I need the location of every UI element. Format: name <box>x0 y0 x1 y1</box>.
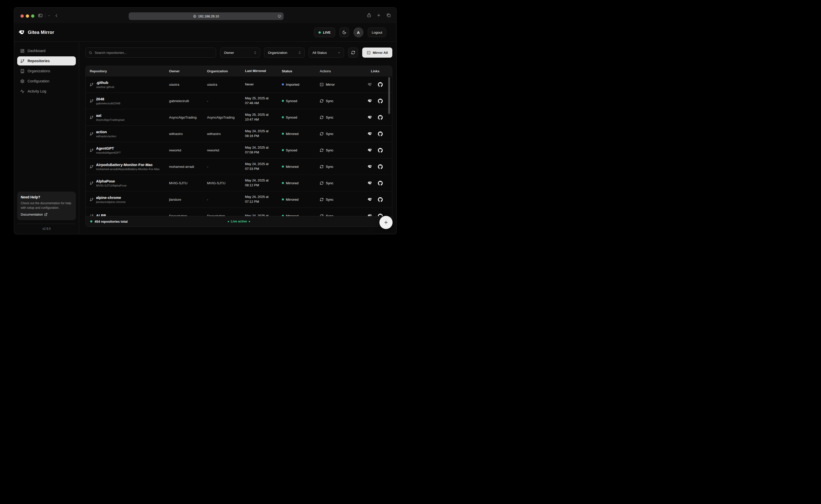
action-button[interactable]: Sync <box>320 132 362 136</box>
gitea-link-icon[interactable] <box>368 197 372 202</box>
table-row[interactable]: ALPR Deevolution Deevolution May 24, 202… <box>86 208 392 216</box>
table-row[interactable]: .github uiastra/.github uiastra uiastra … <box>86 76 392 93</box>
gitea-link-icon[interactable] <box>368 148 372 153</box>
gitea-link-icon[interactable] <box>368 214 372 216</box>
status-filter-select[interactable]: All Status <box>309 48 344 58</box>
column-header-links[interactable]: Links <box>362 69 388 73</box>
action-button[interactable]: Sync <box>320 116 362 119</box>
gitea-link-icon[interactable] <box>368 164 372 169</box>
last-mirrored-date: May 25, 2025 at <box>245 96 278 101</box>
repo-name[interactable]: .github <box>96 80 114 85</box>
last-mirrored-cell: May 24, 2025 at 08:12 PM <box>245 178 282 188</box>
close-window-button[interactable] <box>20 14 24 18</box>
git-branch-icon <box>90 214 94 216</box>
sidebar-toggle-icon[interactable] <box>38 13 43 18</box>
tab-overview-icon[interactable] <box>386 13 391 17</box>
organization-filter-select[interactable]: Organization <box>264 48 305 58</box>
last-mirrored-time: 08:16 PM <box>245 134 278 139</box>
logout-button[interactable]: Logout <box>368 28 386 37</box>
refresh-button[interactable] <box>348 48 358 58</box>
organization-filter-label: Organization <box>268 51 287 55</box>
last-mirrored-time: 07:12 PM <box>245 199 278 204</box>
action-button[interactable]: Sync <box>320 181 362 185</box>
repo-name[interactable]: 2048 <box>96 97 120 102</box>
mirror-all-button[interactable]: Mirror All <box>362 48 392 58</box>
status-dot <box>282 166 284 168</box>
sidebar-divider <box>18 224 75 224</box>
owner-filter-select[interactable]: Owner <box>220 48 260 58</box>
repo-name[interactable]: ALPR <box>96 213 106 216</box>
sidebar-item-dashboard[interactable]: Dashboard <box>17 46 76 55</box>
repo-full-name: mohamed-arradi/AirpodsBattery-Monitor-Fo… <box>96 168 160 171</box>
table-row[interactable]: action withastro/action withastro withas… <box>86 125 392 142</box>
gitea-link-icon[interactable] <box>368 181 372 186</box>
table-row[interactable]: AlphaPose MVIG-SJTU/AlphaPose MVIG-SJTU … <box>86 175 392 191</box>
search-input[interactable] <box>95 51 213 55</box>
github-link-icon[interactable] <box>378 164 383 169</box>
action-button[interactable]: Mirror <box>320 83 362 86</box>
table-row[interactable]: 2048 gabrielecirulli/2048 gabrielecirull… <box>86 93 392 109</box>
action-button[interactable]: Sync <box>320 99 362 103</box>
repo-name[interactable]: AgentGPT <box>96 146 121 151</box>
column-header-actions[interactable]: Actions <box>320 69 362 73</box>
gitea-link-icon[interactable] <box>368 131 372 136</box>
gitea-link-icon[interactable] <box>368 82 372 87</box>
github-link-icon[interactable] <box>378 214 383 216</box>
table-scrollbar-thumb[interactable] <box>388 77 390 114</box>
sidebar-item-activity-log[interactable]: Activity Log <box>17 87 76 96</box>
github-link-icon[interactable] <box>378 82 383 87</box>
github-link-icon[interactable] <box>378 131 383 136</box>
github-link-icon[interactable] <box>378 115 383 120</box>
action-button[interactable]: Sync <box>320 165 362 169</box>
action-button[interactable]: Sync <box>320 214 362 216</box>
column-header-organization[interactable]: Organization <box>207 69 245 73</box>
repository-cell: AgentGPT reworkd/AgentGPT <box>86 146 169 154</box>
table-row[interactable]: alpine-chrome jlandure/alpine-chrome jla… <box>86 191 392 208</box>
live-status-badge[interactable]: LIVE <box>314 28 335 37</box>
repo-name[interactable]: AlphaPose <box>96 179 127 184</box>
mirror-all-label: Mirror All <box>373 51 388 55</box>
github-link-icon[interactable] <box>378 181 383 186</box>
url-bar[interactable]: 192.168.29.10 <box>129 12 284 20</box>
repo-name[interactable]: action <box>96 130 116 134</box>
github-link-icon[interactable] <box>378 197 383 202</box>
links-cell <box>362 148 388 153</box>
zoom-window-button[interactable] <box>31 14 34 18</box>
sidebar-item-configuration[interactable]: Configuration <box>17 77 76 86</box>
github-link-icon[interactable] <box>378 99 383 103</box>
share-icon[interactable] <box>367 13 371 17</box>
repo-name[interactable]: alpine-chrome <box>96 195 126 200</box>
chevron-down-icon[interactable] <box>48 14 51 17</box>
search-box[interactable] <box>85 48 216 58</box>
minimize-window-button[interactable] <box>26 14 29 18</box>
last-mirrored-cell: Never <box>245 82 282 87</box>
column-header-repository[interactable]: Repository <box>86 69 169 73</box>
gitea-link-icon[interactable] <box>368 99 372 103</box>
repository-cell: aat AsyncAlgoTrading/aat <box>86 113 169 122</box>
action-button[interactable]: Sync <box>320 148 362 152</box>
new-tab-icon[interactable] <box>377 13 381 17</box>
repo-full-name: withastro/action <box>96 135 116 138</box>
back-button[interactable] <box>54 13 59 18</box>
avatar[interactable]: A <box>353 27 363 37</box>
action-button[interactable]: Sync <box>320 198 362 201</box>
documentation-link[interactable]: Documentation <box>21 213 72 216</box>
add-button[interactable] <box>379 216 393 229</box>
gitea-link-icon[interactable] <box>368 115 372 120</box>
table-row[interactable]: AgentGPT reworkd/AgentGPT reworkd rework… <box>86 142 392 158</box>
repo-name[interactable]: AirpodsBattery-Monitor-For-Mac <box>96 163 160 167</box>
sync-icon <box>320 198 324 201</box>
theme-toggle-button[interactable] <box>339 28 349 37</box>
column-header-owner[interactable]: Owner <box>169 69 207 73</box>
sidebar-item-repositories[interactable]: Repositories <box>17 56 76 65</box>
column-header-status[interactable]: Status <box>282 69 320 73</box>
brand[interactable]: Gitea Mirror <box>18 29 54 36</box>
links-cell <box>362 115 388 120</box>
display-icon[interactable] <box>278 14 281 18</box>
github-link-icon[interactable] <box>378 148 383 153</box>
table-row[interactable]: AirpodsBattery-Monitor-For-Mac mohamed-a… <box>86 158 392 175</box>
table-row[interactable]: aat AsyncAlgoTrading/aat AsyncAlgoTradin… <box>86 109 392 125</box>
sidebar-item-organizations[interactable]: Organizations <box>17 66 76 76</box>
repo-name[interactable]: aat <box>96 113 124 118</box>
column-header-last-mirrored[interactable]: Last Mirrored <box>245 69 282 74</box>
